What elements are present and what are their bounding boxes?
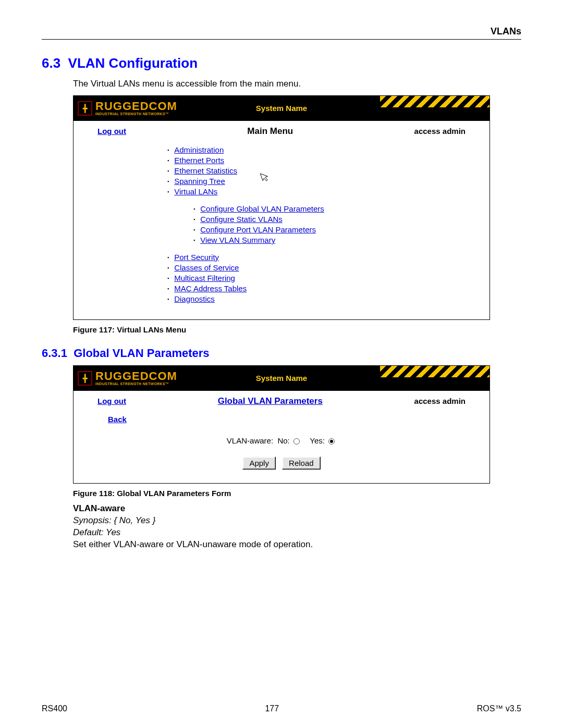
screenshot-main-menu: ╋ RUGGEDCOM INDUSTRIAL STRENGTH NETWORKS…	[73, 95, 490, 320]
back-link[interactable]: Back	[108, 415, 127, 424]
menu-item-multicast-filtering[interactable]: Multicast Filtering	[174, 274, 235, 282]
hazard-stripes-2	[380, 366, 489, 377]
vlan-aware-row: VLAN-aware: No: Yes:	[89, 436, 474, 445]
menu-item-configure-global-vlan[interactable]: Configure Global VLAN Parameters	[200, 204, 324, 213]
param-name: VLAN-aware	[73, 503, 521, 515]
menu-group-vlan-sub: Configure Global VLAN Parameters Configu…	[193, 204, 474, 244]
section-heading: 6.3 VLAN Configuration	[42, 55, 521, 71]
access-level-2: access admin	[414, 397, 466, 405]
page-footer: RS400 177 ROS™ v3.5	[42, 704, 521, 713]
brand-tagline-2: INDUSTRIAL STRENGTH NETWORKS™	[95, 382, 177, 386]
menu-item-port-security[interactable]: Port Security	[174, 253, 219, 262]
footer-right: ROS™ v3.5	[477, 704, 521, 713]
subsection-title: Global VLAN Parameters	[74, 347, 209, 360]
hazard-stripes	[380, 96, 489, 107]
param-vlan-aware: VLAN-aware Synopsis: { No, Yes } Default…	[73, 503, 521, 551]
page-title: Main Menu	[247, 126, 293, 137]
vlan-aware-yes-radio[interactable]	[328, 438, 335, 445]
figure-118-caption: Figure 118: Global VLAN Parameters Form	[73, 489, 521, 498]
menu-item-configure-port-vlan[interactable]: Configure Port VLAN Parameters	[200, 225, 316, 234]
menu-group-1: Administration Ethernet Ports Ethernet S…	[167, 145, 474, 196]
page-title-global-vlan[interactable]: Global VLAN Parameters	[218, 396, 323, 406]
menu-item-ethernet-statistics[interactable]: Ethernet Statistics	[174, 166, 237, 175]
vlan-aware-label: VLAN-aware:	[227, 436, 273, 445]
param-synopsis: Synopsis: { No, Yes }	[73, 515, 521, 527]
menu-item-classes-of-service[interactable]: Classes of Service	[174, 263, 239, 272]
section-title: VLAN Configuration	[68, 55, 198, 71]
header-rule	[42, 39, 521, 40]
menu-item-administration[interactable]: Administration	[174, 145, 224, 154]
menu-item-diagnostics[interactable]: Diagnostics	[174, 294, 215, 303]
reload-button[interactable]: Reload	[282, 456, 321, 470]
page-header-chapter: VLANs	[42, 26, 521, 37]
brand-tagline: INDUSTRIAL STRENGTH NETWORKS™	[95, 112, 177, 116]
menu-item-view-vlan-summary[interactable]: View VLAN Summary	[200, 236, 275, 244]
menu-item-ethernet-ports[interactable]: Ethernet Ports	[174, 156, 224, 165]
form-body: Back VLAN-aware: No: Yes: Apply Reload	[74, 409, 489, 483]
section-intro-text: The Virtual LANs menu is accessible from…	[73, 78, 521, 90]
button-row: Apply Reload	[89, 456, 474, 470]
subsection-number: 6.3.1	[42, 347, 67, 360]
brand-logo-2: ╋ RUGGEDCOM INDUSTRIAL STRENGTH NETWORKS…	[74, 371, 177, 386]
app-header-bar-2: ╋ RUGGEDCOM INDUSTRIAL STRENGTH NETWORKS…	[74, 366, 489, 391]
logout-link[interactable]: Log out	[97, 127, 126, 135]
no-label: No:	[277, 436, 289, 445]
screenshot-global-vlan: ╋ RUGGEDCOM INDUSTRIAL STRENGTH NETWORKS…	[73, 365, 490, 484]
app-header-bar: ╋ RUGGEDCOM INDUSTRIAL STRENGTH NETWORKS…	[74, 96, 489, 121]
vlan-aware-no-radio[interactable]	[293, 438, 300, 445]
brand-name-2: RUGGEDCOM	[95, 371, 177, 382]
access-level: access admin	[414, 127, 466, 135]
app-toolbar-2: Log out Global VLAN Parameters access ad…	[74, 391, 489, 409]
menu-item-spanning-tree[interactable]: Spanning Tree	[174, 177, 225, 186]
menu-item-configure-static-vlans[interactable]: Configure Static VLANs	[200, 215, 283, 224]
menu-item-virtual-lans[interactable]: Virtual LANs	[174, 187, 217, 196]
brand-logo: ╋ RUGGEDCOM INDUSTRIAL STRENGTH NETWORKS…	[74, 101, 177, 116]
footer-page-number: 177	[265, 704, 279, 713]
brand-name: RUGGEDCOM	[95, 101, 177, 112]
param-default: Default: Yes	[73, 527, 521, 539]
section-number: 6.3	[42, 55, 60, 71]
menu-item-mac-address-tables[interactable]: MAC Address Tables	[174, 284, 247, 293]
param-desc: Set either VLAN-aware or VLAN-unaware mo…	[73, 539, 521, 551]
apply-button[interactable]: Apply	[242, 456, 276, 470]
app-toolbar: Log out Main Menu access admin	[74, 121, 489, 139]
footer-left: RS400	[42, 704, 67, 713]
logout-link-2[interactable]: Log out	[97, 397, 126, 405]
yes-label: Yes:	[310, 436, 325, 445]
logo-icon-2: ╋	[78, 371, 92, 386]
logo-icon: ╋	[78, 101, 92, 116]
figure-117-caption: Figure 117: Virtual LANs Menu	[73, 325, 521, 334]
menu-group-2: Port Security Classes of Service Multica…	[167, 253, 474, 303]
menu-body: Administration Ethernet Ports Ethernet S…	[74, 139, 489, 319]
subsection-heading: 6.3.1 Global VLAN Parameters	[42, 347, 521, 360]
